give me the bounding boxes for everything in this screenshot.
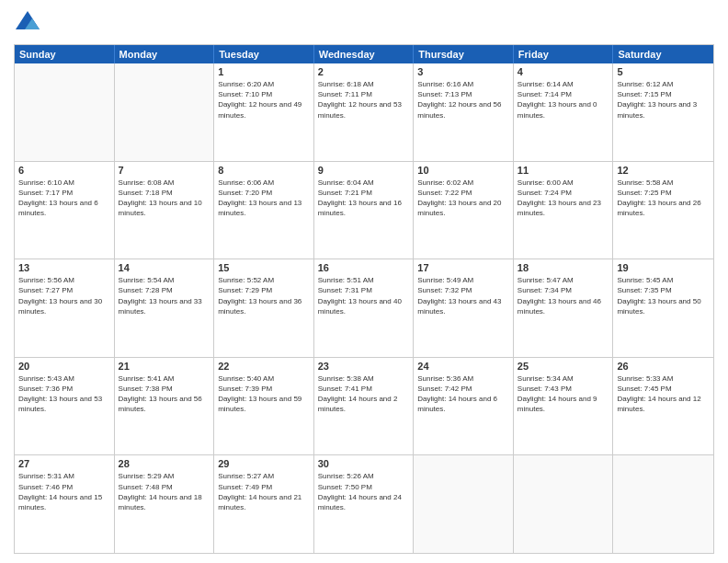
calendar-cell: 21Sunrise: 5:41 AMSunset: 7:38 PMDayligh… [115,358,215,455]
calendar-cell: 13Sunrise: 5:56 AMSunset: 7:27 PMDayligh… [15,259,115,357]
day-number: 19 [617,262,710,273]
day-number: 11 [518,165,609,176]
calendar-cell [613,455,713,553]
day-number: 18 [518,262,609,273]
cell-info: Sunrise: 5:34 AMSunset: 7:43 PMDaylight:… [518,373,609,415]
calendar-cell: 7Sunrise: 6:08 AMSunset: 7:18 PMDaylight… [115,162,215,259]
day-number: 30 [318,458,410,469]
day-number: 24 [417,361,509,372]
day-number: 4 [518,66,609,77]
cell-info: Sunrise: 5:58 AMSunset: 7:25 PMDaylight:… [617,178,710,219]
cell-info: Sunrise: 6:04 AMSunset: 7:21 PMDaylight:… [318,178,410,219]
cell-info: Sunrise: 6:14 AMSunset: 7:14 PMDaylight:… [518,79,609,121]
day-number: 28 [119,458,210,469]
calendar-cell [414,455,514,553]
calendar-header: SundayMondayTuesdayWednesdayThursdayFrid… [15,45,713,63]
day-number: 26 [617,361,710,372]
day-number: 27 [18,458,110,469]
calendar-body: 1Sunrise: 6:20 AMSunset: 7:10 PMDaylight… [15,63,713,553]
logo [14,9,45,37]
calendar-row-2: 6Sunrise: 6:10 AMSunset: 7:17 PMDaylight… [15,161,713,259]
cell-info: Sunrise: 5:33 AMSunset: 7:45 PMDaylight:… [617,373,710,415]
cell-info: Sunrise: 5:49 AMSunset: 7:32 PMDaylight:… [417,275,509,316]
calendar-cell [115,63,215,161]
calendar-cell: 20Sunrise: 5:43 AMSunset: 7:36 PMDayligh… [15,358,115,455]
cell-info: Sunrise: 6:08 AMSunset: 7:18 PMDaylight:… [119,178,210,219]
calendar-cell: 17Sunrise: 5:49 AMSunset: 7:32 PMDayligh… [414,259,514,357]
cell-info: Sunrise: 5:41 AMSunset: 7:38 PMDaylight:… [119,373,210,415]
day-number: 12 [617,165,710,176]
day-number: 29 [218,458,310,469]
calendar-cell: 1Sunrise: 6:20 AMSunset: 7:10 PMDaylight… [214,63,314,161]
calendar-cell: 4Sunrise: 6:14 AMSunset: 7:14 PMDaylight… [514,63,614,161]
calendar-cell [514,455,614,553]
cell-info: Sunrise: 5:29 AMSunset: 7:48 PMDaylight:… [119,471,210,512]
cell-info: Sunrise: 5:54 AMSunset: 7:28 PMDaylight:… [119,275,210,316]
cell-info: Sunrise: 6:16 AMSunset: 7:13 PMDaylight:… [417,79,509,121]
calendar-row-4: 20Sunrise: 5:43 AMSunset: 7:36 PMDayligh… [15,357,713,455]
calendar: SundayMondayTuesdayWednesdayThursdayFrid… [14,44,714,554]
day-number: 16 [318,262,410,273]
day-number: 15 [218,262,310,273]
day-number: 20 [18,361,110,372]
day-number: 1 [218,66,310,77]
cell-info: Sunrise: 6:20 AMSunset: 7:10 PMDaylight:… [218,79,310,121]
cell-info: Sunrise: 5:40 AMSunset: 7:39 PMDaylight:… [218,373,310,415]
day-number: 14 [119,262,210,273]
calendar-cell: 25Sunrise: 5:34 AMSunset: 7:43 PMDayligh… [514,358,614,455]
day-number: 8 [218,165,310,176]
calendar-cell: 22Sunrise: 5:40 AMSunset: 7:39 PMDayligh… [214,358,314,455]
day-number: 23 [318,361,410,372]
cell-info: Sunrise: 5:56 AMSunset: 7:27 PMDaylight:… [18,275,110,316]
calendar-row-3: 13Sunrise: 5:56 AMSunset: 7:27 PMDayligh… [15,259,713,357]
cell-info: Sunrise: 5:52 AMSunset: 7:29 PMDaylight:… [218,275,310,316]
day-number: 17 [417,262,509,273]
day-header-saturday: Saturday [613,45,713,63]
calendar-cell: 6Sunrise: 6:10 AMSunset: 7:17 PMDaylight… [15,162,115,259]
cell-info: Sunrise: 5:47 AMSunset: 7:34 PMDaylight:… [518,275,609,316]
calendar-cell: 15Sunrise: 5:52 AMSunset: 7:29 PMDayligh… [214,259,314,357]
calendar-cell: 24Sunrise: 5:36 AMSunset: 7:42 PMDayligh… [414,358,514,455]
day-number: 22 [218,361,310,372]
calendar-cell: 9Sunrise: 6:04 AMSunset: 7:21 PMDaylight… [314,162,415,259]
day-number: 9 [318,165,410,176]
calendar-cell: 11Sunrise: 6:00 AMSunset: 7:24 PMDayligh… [514,162,614,259]
calendar-cell: 2Sunrise: 6:18 AMSunset: 7:11 PMDaylight… [314,63,415,161]
calendar-cell: 30Sunrise: 5:26 AMSunset: 7:50 PMDayligh… [314,455,415,553]
cell-info: Sunrise: 5:43 AMSunset: 7:36 PMDaylight:… [18,373,110,415]
cell-info: Sunrise: 6:06 AMSunset: 7:20 PMDaylight:… [218,178,310,219]
calendar-cell: 28Sunrise: 5:29 AMSunset: 7:48 PMDayligh… [115,455,215,553]
calendar-cell: 26Sunrise: 5:33 AMSunset: 7:45 PMDayligh… [613,358,713,455]
logo-icon [14,9,41,37]
day-header-wednesday: Wednesday [314,45,415,63]
day-number: 3 [417,66,509,77]
day-number: 5 [617,66,710,77]
cell-info: Sunrise: 6:18 AMSunset: 7:11 PMDaylight:… [318,79,410,121]
cell-info: Sunrise: 5:38 AMSunset: 7:41 PMDaylight:… [318,373,410,415]
cell-info: Sunrise: 6:02 AMSunset: 7:22 PMDaylight:… [417,178,509,219]
calendar-row-5: 27Sunrise: 5:31 AMSunset: 7:46 PMDayligh… [15,454,713,553]
day-header-sunday: Sunday [15,45,115,63]
cell-info: Sunrise: 5:26 AMSunset: 7:50 PMDaylight:… [318,471,410,512]
calendar-cell: 12Sunrise: 5:58 AMSunset: 7:25 PMDayligh… [613,162,713,259]
calendar-cell: 8Sunrise: 6:06 AMSunset: 7:20 PMDaylight… [214,162,314,259]
day-header-tuesday: Tuesday [214,45,314,63]
header [14,9,714,37]
day-number: 10 [417,165,509,176]
calendar-cell: 19Sunrise: 5:45 AMSunset: 7:35 PMDayligh… [613,259,713,357]
day-number: 25 [518,361,609,372]
day-number: 2 [318,66,410,77]
cell-info: Sunrise: 6:10 AMSunset: 7:17 PMDaylight:… [18,178,110,219]
calendar-cell: 27Sunrise: 5:31 AMSunset: 7:46 PMDayligh… [15,455,115,553]
day-header-monday: Monday [115,45,215,63]
calendar-cell: 29Sunrise: 5:27 AMSunset: 7:49 PMDayligh… [214,455,314,553]
cell-info: Sunrise: 5:27 AMSunset: 7:49 PMDaylight:… [218,471,310,512]
calendar-cell: 16Sunrise: 5:51 AMSunset: 7:31 PMDayligh… [314,259,415,357]
calendar-cell: 14Sunrise: 5:54 AMSunset: 7:28 PMDayligh… [115,259,215,357]
day-number: 13 [18,262,110,273]
day-number: 21 [119,361,210,372]
calendar-cell: 23Sunrise: 5:38 AMSunset: 7:41 PMDayligh… [314,358,415,455]
cell-info: Sunrise: 5:51 AMSunset: 7:31 PMDaylight:… [318,275,410,316]
calendar-cell: 18Sunrise: 5:47 AMSunset: 7:34 PMDayligh… [514,259,614,357]
cell-info: Sunrise: 5:36 AMSunset: 7:42 PMDaylight:… [417,373,509,415]
